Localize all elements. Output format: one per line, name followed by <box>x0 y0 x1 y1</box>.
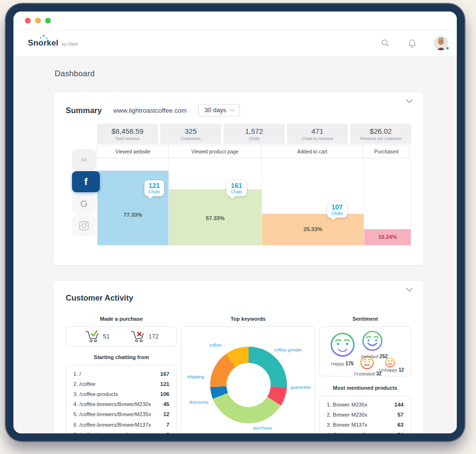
traffic-source-filters: All f G <box>72 145 96 245</box>
keyword-label-shipping: shipping <box>187 374 204 379</box>
source-filter-facebook[interactable]: f <box>72 171 100 192</box>
most-mentioned-products-heading: Most mentioned products <box>319 385 411 391</box>
source-filter-all[interactable]: All <box>72 149 96 170</box>
funnel-cell-viewed-website: 77.33% <box>97 158 169 245</box>
starting-chatting-from-heading: Starting chatting from <box>66 354 177 360</box>
user-avatar[interactable] <box>434 36 448 50</box>
list-item: 4. Ethiopian coffee 54 <box>320 430 411 433</box>
keyword-label-coffee: coffee <box>209 342 222 348</box>
browser-window-frame: Snorkel by Olark <box>6 4 464 441</box>
keyword-label-coffee-grinder: coffee grinder <box>274 347 302 352</box>
logo-byline: by Olark <box>62 42 78 47</box>
close-window-button[interactable] <box>25 18 31 23</box>
sentiment-satisfied: Satisfied 252 <box>361 354 388 359</box>
list-item: 5. /coffee-brewers/BrewerM235x 12 <box>66 409 177 419</box>
chat-sources-list: 1. / 167 2. /coffee 121 3. /coffee-produ… <box>66 365 177 433</box>
stat-customers: 325Customers <box>160 124 221 144</box>
search-icon[interactable] <box>380 38 391 48</box>
cart-x-icon <box>130 330 145 343</box>
summary-domain: www.lightroastcoffee.com <box>113 107 187 114</box>
happy-face-icon <box>330 332 355 357</box>
zoom-window-button[interactable] <box>45 18 51 23</box>
made-a-purchase-heading: Made a purchase <box>66 316 177 322</box>
sentiment-happy: Happy 175 <box>331 361 354 366</box>
funnel-stage-headers: Viewed website Viewed product page Added… <box>97 145 411 158</box>
keyword-label-guarantee: guarantee <box>290 384 311 390</box>
keyword-label-discounts: discounts <box>189 399 208 405</box>
list-item: 1. / 167 <box>66 369 177 379</box>
top-keywords-heading: Top keywords <box>181 316 315 322</box>
purchases-abandoned: 172 <box>130 330 159 343</box>
activity-title: Customer Activity <box>66 293 411 303</box>
notifications-bell-icon[interactable] <box>407 38 417 48</box>
keyword-label-purchase: purchase <box>253 425 272 431</box>
list-item: 3. /coffee-products 106 <box>66 389 177 399</box>
funnel-header-purchased: Purchased <box>363 145 410 158</box>
logo-text: Snorkel <box>28 38 59 48</box>
customer-activity-card: Customer Activity Made a purchase <box>54 281 423 433</box>
list-item: 7. /coffee/sumatra -coffee 5 <box>66 430 177 433</box>
summary-card: Summary www.lightroastcoffee.com 30 days… <box>54 93 423 265</box>
funnel-cell-viewed-product-page: 57.33% <box>169 158 262 245</box>
chevron-down-icon <box>230 109 235 112</box>
funnel-header-viewed-website: Viewed website <box>97 145 169 158</box>
funnel-header-viewed-product-page: Viewed product page <box>168 145 262 158</box>
funnel-cell-added-to-cart: 25.33% <box>262 158 365 245</box>
funnel-percent-viewed-product-page: 57.33% <box>169 215 262 221</box>
purchase-summary-box: 51 172 <box>66 326 177 347</box>
top-keywords-chart-box: coffee coffee grinder guarantee purchase… <box>181 326 315 433</box>
sentiment-heading: Sentiment <box>319 316 411 322</box>
snorkel-logo[interactable]: Snorkel by Olark <box>28 38 78 48</box>
chats-badge-3: 107Chats <box>327 202 347 218</box>
activity-collapse-chevron-icon[interactable] <box>406 288 413 291</box>
app-window: Snorkel by Olark <box>13 12 457 433</box>
instagram-icon <box>79 221 89 231</box>
chats-badge-2: 161Chats <box>226 180 247 196</box>
online-status-dot <box>445 46 450 50</box>
list-item: 1. Brewer M235x 144 <box>320 399 411 409</box>
list-item: 2. Brewer M230x 57 <box>320 409 411 419</box>
funnel-columns: Viewed website Viewed product page Added… <box>97 145 411 245</box>
list-item: 2. /coffee 121 <box>66 379 177 389</box>
funnel-percent-viewed-website: 77.33% <box>97 212 168 218</box>
app-header: Snorkel by Olark <box>13 30 457 57</box>
date-range-value: 30 days <box>204 106 226 114</box>
stat-chats: 1,572Chats <box>224 124 285 144</box>
source-filter-instagram[interactable] <box>72 215 96 236</box>
minimize-window-button[interactable] <box>35 18 41 23</box>
desktop-background: Snorkel by Olark <box>0 0 476 454</box>
chats-badge-1: 121Chats <box>144 180 165 196</box>
funnel-chart: 77.33% 57.33% 25.33% <box>97 158 411 245</box>
sentiment-frustrated: Frustrated 32 <box>354 371 381 376</box>
sentiment-unhappy: Unhappy 12 <box>379 367 404 373</box>
page-title: Dashboard <box>55 69 417 78</box>
products-list: 1. Brewer M235x 144 2. Brewer M230x 57 3… <box>319 396 411 433</box>
stat-chats-to-revenue: 471Chats to revenue <box>287 124 348 144</box>
funnel-percent-added-to-cart: 25.33% <box>262 226 364 232</box>
main-content: Dashboard Summary www.lightroastcoffee.c… <box>13 57 457 433</box>
funnel-cell-purchased: 10.24% <box>364 158 411 245</box>
satisfied-face-icon <box>362 330 383 351</box>
google-icon: G <box>80 198 88 210</box>
date-range-dropdown[interactable]: 30 days <box>198 104 240 116</box>
keywords-donut-chart <box>208 344 289 426</box>
list-item: 6. /coffee-brewers/BrewerM137x 7 <box>66 419 177 430</box>
stat-revenue-per-customer: $26.02Revenue per customer <box>350 124 411 144</box>
sentiment-box: Happy 175 Satisfied 252 Frustrated 32 Un… <box>319 326 411 376</box>
source-filter-google[interactable]: G <box>72 193 96 214</box>
facebook-icon: f <box>84 176 88 187</box>
summary-title: Summary <box>66 106 102 115</box>
stat-total-revenue: $8,458.59Total revenue <box>97 124 158 144</box>
window-titlebar <box>13 12 457 30</box>
summary-collapse-chevron-icon[interactable] <box>406 99 413 103</box>
purchases-completed: 51 <box>84 330 110 343</box>
conversion-funnel: All f G <box>72 145 411 245</box>
summary-stats-row: $8,458.59Total revenue 325Customers 1,57… <box>97 124 411 144</box>
funnel-header-added-to-cart: Added to cart <box>261 145 364 158</box>
list-item: 3. Brewer M137x 63 <box>320 419 411 430</box>
list-item: 4. /coffee-brewers/BrewerM230x 45 <box>66 399 177 409</box>
funnel-percent-purchased: 10.24% <box>364 234 411 240</box>
cart-check-icon <box>84 330 100 343</box>
